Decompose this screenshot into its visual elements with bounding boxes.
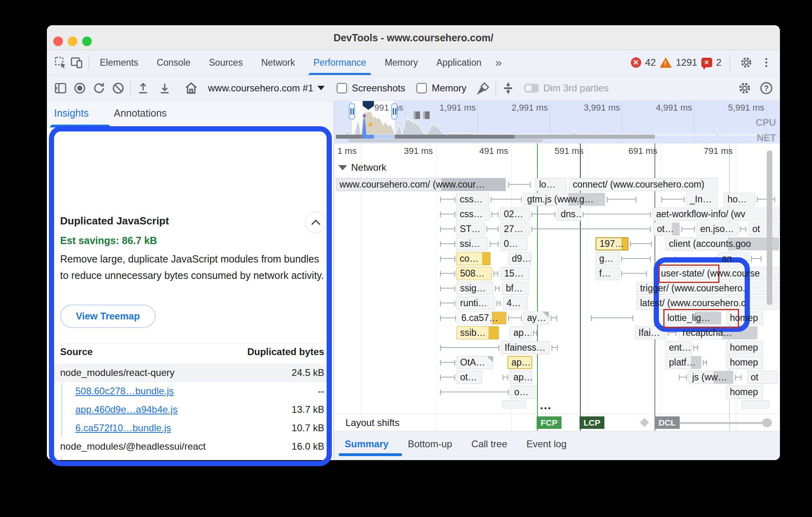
error-badge-icon[interactable]: ✕ [631,57,641,68]
tab-performance[interactable]: Performance [313,50,366,75]
network-request-6-ca57-[interactable]: 6.ca57… [458,311,507,325]
network-request-co-[interactable]: co… [456,252,491,265]
network-request-197-[interactable]: 197… [596,237,628,250]
record-icon[interactable] [72,80,88,96]
history-dropdown[interactable]: www.coursehero.com #1 [208,83,313,94]
bundle-link[interactable]: 6.ca572f10…bundle.js [75,459,171,460]
warning-count[interactable]: 1291 [676,57,697,68]
kebab-menu-icon[interactable] [758,55,774,71]
network-request-homep[interactable]: homep [726,356,763,369]
network-request-o-[interactable]: o… [511,386,536,399]
capture-settings-gear-icon[interactable] [737,80,753,96]
vertical-scrollbar[interactable] [767,150,772,305]
network-request-homep[interactable]: homep [726,386,763,399]
home-icon[interactable] [183,80,199,96]
upload-profile-icon[interactable] [135,80,151,96]
more-rows-ellipsis[interactable]: … [539,398,552,412]
tab-annotations[interactable]: Annotations [114,107,167,119]
network-request-recaptcha-[interactable]: recaptcha… [679,326,757,339]
selection-right-handle[interactable] [391,103,398,120]
bottom-tab-summary[interactable]: Summary [345,438,388,450]
network-request-15-[interactable]: 15… [501,267,529,280]
network-request-ot-[interactable]: ot… [653,222,680,236]
dim-3rd-parties-toggle[interactable] [524,84,539,93]
network-request-gtm-js-www-g-[interactable]: gtm.js (www.g… [523,193,605,206]
network-request-css-[interactable]: css… [456,208,490,221]
network-request-css-[interactable]: css… [456,193,489,206]
bundle-link[interactable]: 508.60c278…bundle.js [75,386,174,397]
network-request-trigger-www-coursehero-[interactable]: trigger/ (www.coursehero. [636,282,779,295]
network-request-ota-[interactable]: OtA… [456,356,493,369]
network-request-ho-[interactable]: ho… [724,193,755,206]
download-profile-icon[interactable] [157,80,173,96]
network-request-client-accounts-goo[interactable]: client (accounts.goo [665,237,779,250]
network-request-an-[interactable]: an… [718,252,749,265]
help-icon[interactable]: ? [758,80,774,96]
more-tabs-icon[interactable]: » [495,56,502,69]
network-request-g-[interactable]: g… [596,252,620,265]
screenshots-checkbox[interactable] [337,83,347,93]
bottom-tab-event-log[interactable]: Event log [526,438,566,450]
network-request-aet-workflow-info-wv[interactable]: aet-workflow-info/ (wv [652,208,779,221]
network-request-0-[interactable]: 0… [500,237,527,250]
network-request-ifai-[interactable]: Ifai… [635,326,666,339]
network-request-en-jso-[interactable]: en.jso… [697,222,738,236]
network-request-d9-[interactable]: d9… [508,252,531,265]
network-request-connect-www-coursehero-com-[interactable]: connect/ (www.coursehero.com) [569,178,718,191]
network-request-ssi-[interactable]: ssi… [456,237,488,250]
clear-icon[interactable] [110,80,126,96]
network-request-www-coursehero-com-www-cour-[interactable]: www.coursehero.com/ (www.cour… [336,178,506,191]
network-request-latest-www-coursehero-c[interactable]: latest/ (www.coursehero.c [636,297,779,310]
tab-console[interactable]: Console [157,50,190,75]
network-request-block[interactable] [502,400,526,408]
tab-application[interactable]: Application [436,50,482,75]
tab-sources[interactable]: Sources [209,50,242,75]
network-request-dns-[interactable]: dns… [557,208,581,221]
tab-insights[interactable]: Insights [54,107,89,119]
network-request-user-state-www-course[interactable]: user-state/ (www.course [657,267,779,280]
tab-elements[interactable]: Elements [100,50,138,75]
network-request-f-[interactable]: f… [596,267,620,280]
network-request-homep[interactable]: homep [726,341,763,354]
network-request-lo-[interactable]: lo… [535,178,567,191]
network-request-runti-[interactable]: runti… [456,297,495,310]
network-request-st-[interactable]: ST… [456,222,485,236]
tab-network[interactable]: Network [261,50,295,75]
view-treemap-button[interactable]: View Treemap [60,305,156,328]
fcp-badge[interactable]: FCP [537,416,562,429]
network-request-4-[interactable]: 4… [503,297,528,310]
bundle-link[interactable]: app.460d9e…a94b4e.js [75,404,178,415]
network-request-ap-[interactable]: ap… [510,371,532,384]
warning-badge-icon[interactable]: ! [660,57,672,68]
error-count[interactable]: 42 [645,57,656,68]
network-request-bf-[interactable]: bf… [502,282,529,295]
network-request-ay-[interactable]: ay… [523,311,549,325]
memory-checkbox[interactable] [416,83,427,93]
dcl-badge[interactable]: DCL [654,416,680,429]
network-request-ot[interactable]: ot [749,222,779,236]
bottom-tab-call-tree[interactable]: Call tree [471,438,507,450]
chevron-down-icon[interactable] [317,86,325,90]
network-request-ap-[interactable]: ap… [510,326,531,339]
network-request-ifainess-[interactable]: Ifainess… [501,341,550,354]
network-request-ot[interactable]: ot [747,371,778,384]
network-request-js-ww-[interactable]: js (ww… [689,371,733,384]
network-request--in-[interactable]: _In… [686,193,717,206]
network-request-02-[interactable]: 02… [500,208,530,221]
network-request-508-[interactable]: 508… [456,267,492,280]
reload-record-icon[interactable] [91,80,107,96]
toggle-sidebar-icon[interactable] [53,80,69,96]
bundle-link[interactable]: 6.ca572f10…bundle.js [75,422,171,434]
collapse-insight-button[interactable] [305,212,327,233]
lcp-badge[interactable]: LCP [580,416,604,429]
network-request-ot-[interactable]: ot… [456,371,482,384]
network-request-ent-[interactable]: ent… [665,341,692,354]
network-request-ssib-[interactable]: ssib… [456,326,499,339]
selection-left-handle[interactable] [349,103,355,120]
garbage-collect-brush-icon[interactable] [475,80,491,96]
network-request-platf-[interactable]: platf… [665,356,701,369]
network-request-ap-[interactable]: ap… [507,356,532,369]
network-request-lottie-lig-[interactable]: lottie_lig… [664,311,721,325]
settings-gear-icon[interactable] [738,55,754,71]
network-request-block[interactable] [741,400,770,408]
